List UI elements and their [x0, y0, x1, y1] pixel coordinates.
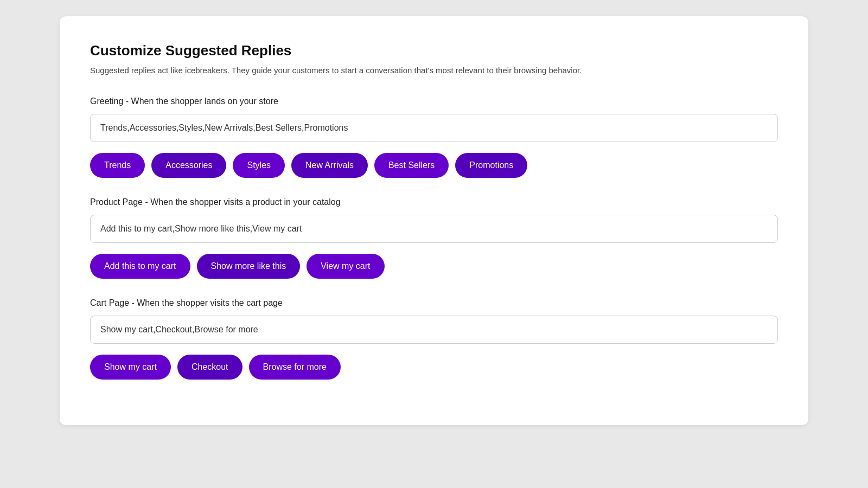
section-label-cart: Cart Page - When the shopper visits the …: [90, 298, 778, 308]
chip-product-0[interactable]: Add this to my cart: [90, 254, 190, 279]
chip-greeting-2[interactable]: Styles: [233, 153, 285, 178]
section-label-greeting: Greeting - When the shopper lands on you…: [90, 97, 778, 106]
chip-cart-1[interactable]: Checkout: [177, 355, 242, 380]
chip-greeting-4[interactable]: Best Sellers: [374, 153, 449, 178]
chips-row-cart: Show my cartCheckoutBrowse for more: [90, 355, 778, 380]
chips-row-greeting: TrendsAccessoriesStylesNew ArrivalsBest …: [90, 153, 778, 178]
chip-greeting-1[interactable]: Accessories: [151, 153, 226, 178]
section-input-greeting[interactable]: [90, 114, 778, 142]
chips-row-product: Add this to my cartShow more like thisVi…: [90, 254, 778, 279]
chip-product-1[interactable]: Show more like this: [197, 254, 301, 279]
section-cart: Cart Page - When the shopper visits the …: [90, 298, 778, 380]
chip-greeting-5[interactable]: Promotions: [455, 153, 527, 178]
chip-greeting-3[interactable]: New Arrivals: [291, 153, 368, 178]
chip-greeting-0[interactable]: Trends: [90, 153, 145, 178]
section-label-product: Product Page - When the shopper visits a…: [90, 197, 778, 207]
section-greeting: Greeting - When the shopper lands on you…: [90, 97, 778, 178]
page-description: Suggested replies act like icebreakers. …: [90, 65, 778, 77]
section-input-cart[interactable]: [90, 316, 778, 344]
chip-product-2[interactable]: View my cart: [307, 254, 384, 279]
main-card: Customize Suggested Replies Suggested re…: [60, 16, 808, 425]
chip-cart-0[interactable]: Show my cart: [90, 355, 171, 380]
section-input-product[interactable]: [90, 215, 778, 243]
page-title: Customize Suggested Replies: [90, 42, 778, 59]
chip-cart-2[interactable]: Browse for more: [249, 355, 341, 380]
section-product: Product Page - When the shopper visits a…: [90, 197, 778, 279]
